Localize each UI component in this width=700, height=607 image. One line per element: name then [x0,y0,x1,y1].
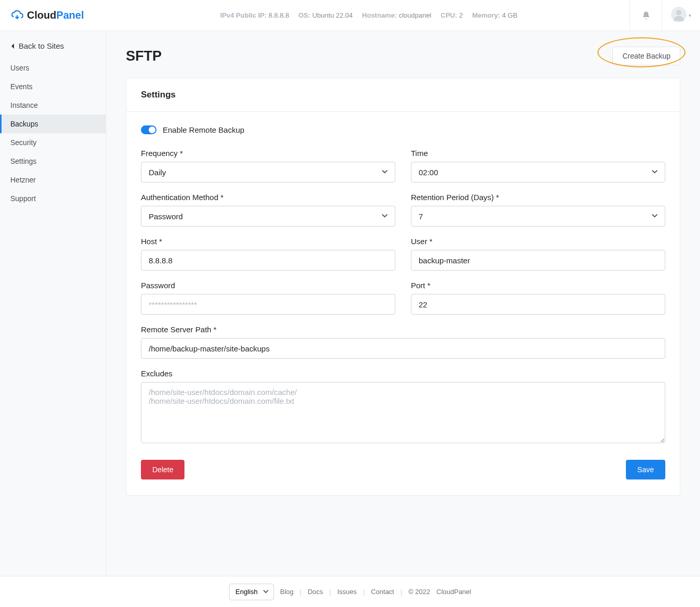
user-label: User * [411,237,665,246]
card-header: Settings [126,78,680,112]
sidebar-item-settings[interactable]: Settings [0,152,106,171]
memory-value: 4 GB [502,11,518,19]
sidebar-item-instance[interactable]: Instance [0,96,106,115]
toggle-label: Enable Remote Backup [163,125,245,134]
footer-link-blog[interactable]: Blog [280,588,294,596]
enable-remote-backup-toggle[interactable] [141,125,156,134]
avatar-icon [671,7,687,24]
cpu-value: 2 [459,11,463,19]
system-info: IPv4 Public IP: 8.8.8.8 OS: Ubuntu 22.04… [220,11,518,19]
footer-copyright: © 2022 [408,588,430,596]
time-select[interactable]: 02:00 [411,162,665,182]
brand-text-2: Panel [56,9,84,21]
back-label: Back to Sites [19,41,64,50]
main-content: SFTP Create Backup Settings Enable Remot… [106,31,700,576]
sidebar-item-security[interactable]: Security [0,133,106,152]
brand-logo[interactable]: CloudPanel [10,8,106,23]
os-label: OS: [298,11,310,19]
sidebar: Back to Sites Users Events Instance Back… [0,31,106,576]
bell-icon [641,11,651,20]
frequency-label: Frequency * [141,149,395,158]
host-label: Host * [141,237,395,246]
hostname-value: cloudpanel [399,11,432,19]
user-menu-button[interactable]: ▾ [662,0,700,31]
notifications-button[interactable] [630,0,662,31]
retention-label: Retention Period (Days) * [411,193,665,202]
footer: English Blog | Docs | Issues | Contact |… [0,576,700,607]
sidebar-item-users[interactable]: Users [0,59,106,77]
ip-value: 8.8.8.8 [268,11,289,19]
back-to-sites-link[interactable]: Back to Sites [0,41,106,59]
create-backup-button[interactable]: Create Backup [612,47,680,65]
footer-product: CloudPanel [436,588,471,596]
host-input[interactable] [141,250,395,271]
top-header: CloudPanel IPv4 Public IP: 8.8.8.8 OS: U… [0,0,700,31]
sidebar-item-support[interactable]: Support [0,189,106,208]
os-value: Ubuntu 22.04 [312,11,353,19]
user-input[interactable] [411,250,665,271]
footer-link-issues[interactable]: Issues [337,588,357,596]
time-label: Time [411,149,665,158]
sidebar-item-hetzner[interactable]: Hetzner [0,171,106,189]
save-button[interactable]: Save [626,460,665,479]
cpu-label: CPU: [441,11,458,19]
chevron-down-icon: ▾ [689,12,691,18]
frequency-select[interactable]: Daily [141,162,395,182]
excludes-textarea[interactable] [141,382,665,443]
footer-link-contact[interactable]: Contact [371,588,394,596]
sidebar-item-backups[interactable]: Backups [0,115,106,133]
language-select[interactable]: English [229,584,274,600]
hostname-label: Hostname: [362,11,397,19]
port-input[interactable] [411,294,665,315]
excludes-label: Excludes [141,369,665,378]
settings-card: Settings Enable Remote Backup Frequency … [126,78,680,496]
password-label: Password [141,281,395,290]
chevron-left-icon [10,43,15,49]
retention-select[interactable]: 7 [411,206,665,227]
footer-link-docs[interactable]: Docs [308,588,323,596]
brand-text-1: Cloud [27,9,56,21]
memory-label: Memory: [472,11,500,19]
auth-label: Authentication Method * [141,193,395,202]
delete-button[interactable]: Delete [141,460,184,479]
remote-path-label: Remote Server Path * [141,325,665,334]
svg-point-1 [676,10,681,15]
auth-method-select[interactable]: Password [141,206,395,227]
sidebar-item-events[interactable]: Events [0,77,106,96]
page-title: SFTP [126,48,162,64]
ip-label: IPv4 Public IP: [220,11,267,19]
password-input[interactable] [141,294,395,315]
remote-path-input[interactable] [141,338,665,359]
port-label: Port * [411,281,665,290]
cloud-icon [10,8,24,23]
